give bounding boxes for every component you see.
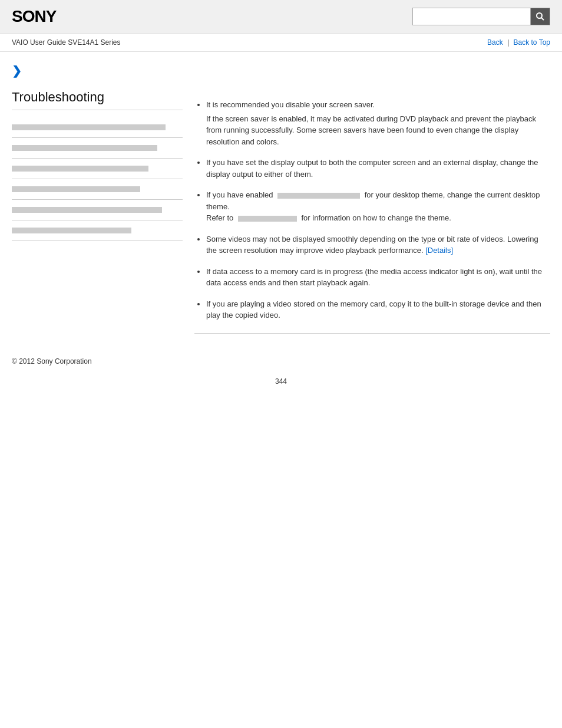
page-number: 344 [275, 377, 287, 386]
details-link[interactable]: [Details] [425, 246, 453, 255]
content-item-3d: for information on how to change the the… [302, 213, 451, 222]
content-area: It is recommended you disable your scree… [194, 64, 550, 340]
content-divider [194, 333, 550, 334]
list-item: Some videos may not be displayed smoothl… [206, 233, 550, 256]
sidebar-nav-placeholder-5 [12, 207, 162, 213]
sidebar-nav-placeholder-6 [12, 228, 131, 233]
footer-copyright: © 2012 Sony Corporation [0, 351, 562, 371]
svg-line-1 [541, 18, 544, 20]
list-item: If data access to a memory card is in pr… [206, 266, 550, 289]
search-button[interactable] [530, 8, 550, 25]
main-content: ❯ Troubleshooting [0, 52, 562, 351]
content-item-4: Some videos may not be displayed smoothl… [206, 235, 538, 255]
search-icon [535, 12, 545, 21]
sidebar-nav-placeholder-3 [12, 166, 148, 172]
list-item [12, 117, 183, 138]
content-list: It is recommended you disable your scree… [194, 99, 550, 321]
content-item-3-placeholder-1 [277, 193, 360, 199]
content-item-3c: Refer to [206, 213, 233, 222]
search-area [412, 8, 550, 25]
svg-point-0 [537, 13, 542, 18]
list-item: If you have set the display output to bo… [206, 157, 550, 180]
search-input[interactable] [412, 8, 530, 25]
content-item-3-placeholder-2 [238, 216, 297, 222]
list-item [12, 220, 183, 241]
content-item-3a: If you have enabled [206, 190, 273, 199]
content-item-5: If data access to a memory card is in pr… [206, 267, 542, 288]
nav-links: Back | Back to Top [487, 38, 550, 47]
content-item-6: If you are playing a video stored on the… [206, 299, 541, 320]
back-link[interactable]: Back [487, 38, 503, 47]
sony-logo: SONY [12, 7, 56, 26]
list-item: If you are playing a video stored on the… [206, 298, 550, 321]
list-item: If you have enabled for your desktop the… [206, 189, 550, 224]
list-item [12, 179, 183, 200]
sidebar: ❯ Troubleshooting [12, 64, 183, 340]
sidebar-nav [12, 117, 183, 241]
back-to-top-link[interactable]: Back to Top [514, 38, 550, 47]
breadcrumb: VAIO User Guide SVE14A1 Series [12, 38, 121, 47]
sidebar-nav-placeholder-1 [12, 124, 166, 130]
sidebar-title: Troubleshooting [12, 90, 183, 110]
list-item [12, 138, 183, 159]
sidebar-nav-placeholder-4 [12, 186, 140, 192]
sidebar-nav-placeholder-2 [12, 145, 157, 151]
nav-bar: VAIO User Guide SVE14A1 Series Back | Ba… [0, 34, 562, 52]
nav-separator: | [507, 38, 509, 47]
list-item: It is recommended you disable your scree… [206, 99, 550, 147]
footer-page: 344 [0, 371, 562, 391]
content-item-2: If you have set the display output to bo… [206, 158, 538, 179]
page-header: SONY [0, 0, 562, 34]
list-item [12, 159, 183, 179]
list-item [12, 200, 183, 220]
content-item-1-detail: If the screen saver is enabled, it may b… [206, 113, 550, 148]
sidebar-chevron-icon: ❯ [12, 64, 183, 78]
copyright-text: © 2012 Sony Corporation [12, 357, 92, 365]
content-item-1-title: It is recommended you disable your scree… [206, 100, 375, 109]
